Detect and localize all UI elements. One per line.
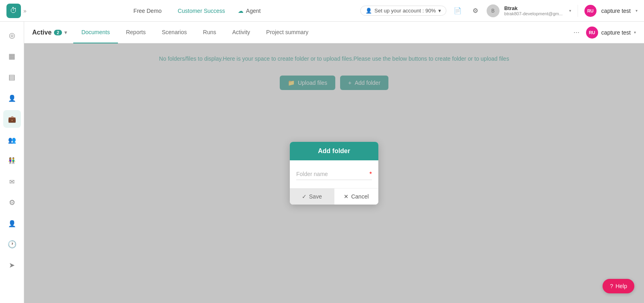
nav-expand-icon[interactable]: »: [23, 8, 27, 14]
tab-documents[interactable]: Documents: [73, 22, 118, 43]
sidebar-item-contacts[interactable]: 👤: [3, 89, 21, 107]
user-email: btrak807-development@gm...: [504, 11, 563, 16]
sidebar-item-tv[interactable]: ▦: [3, 47, 21, 65]
sidebar-item-group[interactable]: 👫: [3, 152, 21, 170]
modal-overlay: Add folder * ✓ Save: [24, 43, 644, 303]
page-content: No folders/files to display.Here is your…: [24, 43, 644, 303]
modal-cancel-button[interactable]: ✕ Cancel: [334, 188, 379, 205]
active-dropdown-icon[interactable]: ▾: [64, 30, 67, 35]
nav-agent-label: Agent: [246, 8, 261, 14]
sidebar-item-briefcase[interactable]: 💼: [3, 110, 21, 128]
top-nav-right: 👤 Set up your account : 90% ▾ 📄 ⚙ B Btra…: [360, 4, 638, 17]
modal-header: Add folder: [290, 142, 378, 160]
save-check-icon: ✓: [302, 193, 307, 200]
workspace-badge-sub: RU: [586, 27, 598, 39]
logo-icon[interactable]: ⏱: [6, 4, 21, 18]
help-button[interactable]: ? Help: [603, 279, 634, 293]
user-info[interactable]: Btrak btrak807-development@gm...: [504, 5, 563, 16]
setup-dropdown-icon: ▾: [438, 8, 441, 14]
sidebar-item-mail[interactable]: ✉: [3, 173, 21, 190]
setup-account-btn[interactable]: 👤 Set up your account : 90% ▾: [360, 6, 446, 16]
workspace-badge[interactable]: RU: [584, 5, 597, 17]
nav-link-free-demo[interactable]: Free Demo: [130, 6, 165, 16]
workspace-name: capture test: [601, 8, 631, 14]
top-nav: ⏱ » Free Demo Customer Success ☁ Agent 👤…: [0, 0, 644, 22]
settings-icon-btn[interactable]: ⚙: [469, 4, 482, 17]
sidebar-item-settings[interactable]: ⚙: [3, 194, 21, 211]
help-label: Help: [615, 283, 627, 289]
more-options-btn[interactable]: ···: [570, 27, 583, 38]
nav-agent[interactable]: ☁ Agent: [238, 8, 261, 14]
nav-link-customer-success[interactable]: Customer Success: [175, 6, 228, 16]
tab-reports[interactable]: Reports: [118, 22, 154, 43]
tab-list: Documents Reports Scenarios Runs Activit…: [73, 22, 570, 43]
tab-activity[interactable]: Activity: [224, 22, 258, 43]
sidebar-item-send[interactable]: ➤: [3, 256, 21, 274]
tab-scenarios[interactable]: Scenarios: [154, 22, 195, 43]
add-folder-modal: Add folder * ✓ Save: [290, 142, 378, 205]
top-nav-center: Free Demo Customer Success ☁ Agent: [31, 6, 360, 16]
active-text: Active: [32, 29, 52, 36]
sidebar-item-analytics[interactable]: ◎: [3, 27, 21, 44]
modal-footer: ✓ Save ✕ Cancel: [290, 188, 378, 205]
setup-label: Set up your account : 90%: [374, 8, 436, 14]
document-icon-btn[interactable]: 📄: [451, 4, 464, 17]
sidebar-item-history[interactable]: 🕐: [3, 235, 21, 253]
divider: [578, 5, 578, 17]
folder-name-field: *: [296, 168, 372, 180]
logo-area: ⏱ »: [6, 4, 31, 18]
modal-body: *: [290, 160, 378, 188]
user-name: Btrak: [504, 5, 518, 11]
tab-project-summary[interactable]: Project summary: [258, 22, 316, 43]
user-avatar[interactable]: B: [487, 4, 500, 17]
modal-title: Add folder: [318, 147, 350, 154]
sidebar: ◎ ▦ ▤ 👤 💼 👥 👫 ✉ ⚙ 👤 🕐 ➤: [0, 22, 24, 303]
required-star: *: [369, 171, 372, 178]
modal-save-button[interactable]: ✓ Save: [290, 188, 334, 205]
user-dropdown-arrow[interactable]: ▾: [569, 8, 571, 13]
active-badge: 2: [54, 30, 62, 35]
cancel-x-icon: ✕: [344, 193, 349, 200]
tab-runs[interactable]: Runs: [195, 22, 224, 43]
tab-right: ··· RU capture test ▾: [570, 27, 636, 39]
sidebar-item-calendar[interactable]: ▤: [3, 68, 21, 86]
help-icon: ?: [610, 283, 613, 289]
cancel-label: Cancel: [351, 193, 369, 200]
workspace-arrow-sub[interactable]: ▾: [634, 30, 636, 35]
active-label[interactable]: Active 2 ▾: [32, 29, 67, 36]
workspace-arrow[interactable]: ▾: [636, 8, 638, 13]
setup-user-icon: 👤: [365, 8, 372, 14]
main-layout: ◎ ▦ ▤ 👤 💼 👥 👫 ✉ ⚙ 👤 🕐 ➤ Active 2 ▾ Docum…: [0, 22, 644, 303]
sub-header: Active 2 ▾ Documents Reports Scenarios R…: [24, 22, 644, 43]
save-label: Save: [309, 193, 322, 200]
agent-cloud-icon: ☁: [238, 8, 244, 14]
sidebar-item-profile[interactable]: 👤: [3, 215, 21, 232]
sidebar-item-team[interactable]: 👥: [3, 131, 21, 149]
folder-name-input[interactable]: [296, 168, 372, 180]
content-area: Active 2 ▾ Documents Reports Scenarios R…: [24, 22, 644, 303]
workspace-name-sub: capture test: [601, 29, 631, 36]
